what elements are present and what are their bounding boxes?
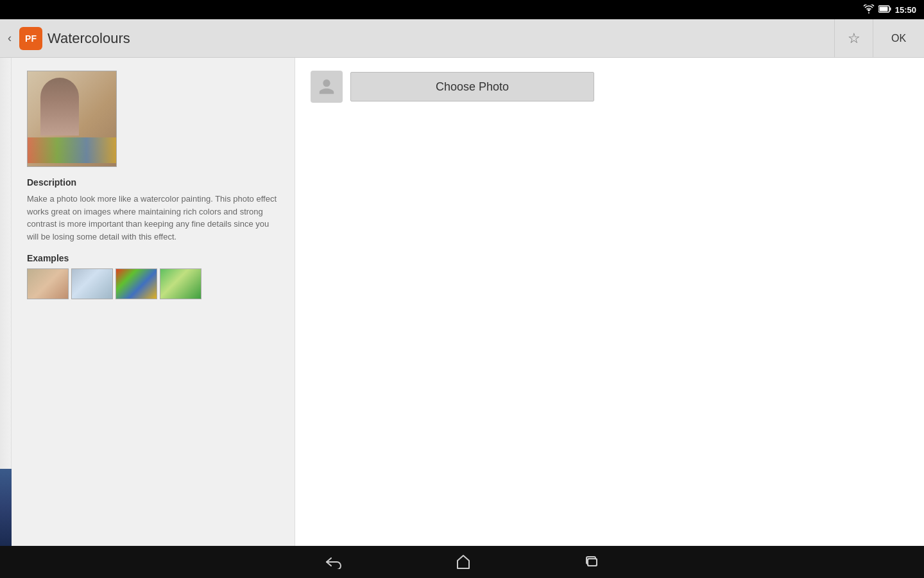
svg-rect-5 bbox=[588, 559, 597, 566]
example-thumb-1[interactable] bbox=[27, 268, 69, 299]
main-preview-image bbox=[27, 71, 117, 167]
main-image-inner bbox=[28, 71, 116, 166]
main-content: Description Make a photo look more like … bbox=[0, 58, 924, 546]
status-time: 15:50 bbox=[895, 5, 916, 15]
example-thumb-2[interactable] bbox=[71, 268, 113, 299]
app-bar: ‹ PF Watercolours ☆ OK bbox=[0, 19, 924, 58]
person-icon bbox=[318, 78, 336, 96]
app-bar-right: ☆ OK bbox=[834, 19, 924, 57]
example-thumb-4[interactable] bbox=[160, 268, 201, 299]
right-panel: Choose Photo bbox=[295, 58, 924, 546]
photo-chooser-row: Choose Photo bbox=[311, 71, 909, 103]
description-text: Make a photo look more like a watercolor… bbox=[27, 193, 282, 243]
avatar-placeholder bbox=[311, 71, 343, 103]
app-title: Watercolours bbox=[47, 30, 130, 47]
choose-photo-button[interactable]: Choose Photo bbox=[350, 72, 594, 101]
status-icons: 15:50 bbox=[863, 4, 916, 15]
left-panel: Description Make a photo look more like … bbox=[12, 58, 295, 546]
status-bar: 15:50 bbox=[0, 0, 924, 19]
app-logo: PF bbox=[19, 27, 42, 50]
examples-label: Examples bbox=[27, 253, 282, 263]
app-bar-left: ‹ PF Watercolours bbox=[0, 27, 834, 50]
left-sidebar bbox=[0, 58, 12, 546]
ok-button[interactable]: OK bbox=[873, 19, 924, 57]
wifi-icon bbox=[863, 4, 875, 15]
description-title: Description bbox=[27, 177, 282, 188]
svg-rect-3 bbox=[879, 6, 887, 11]
home-nav-button[interactable] bbox=[450, 549, 476, 575]
svg-point-0 bbox=[868, 12, 869, 13]
recents-nav-button[interactable] bbox=[579, 549, 604, 575]
examples-row bbox=[27, 268, 282, 299]
bottom-nav bbox=[0, 546, 924, 578]
back-button[interactable]: ‹ bbox=[5, 29, 14, 48]
back-nav-button[interactable] bbox=[320, 550, 348, 574]
battery-icon bbox=[878, 5, 891, 15]
favorite-button[interactable]: ☆ bbox=[834, 19, 873, 57]
svg-rect-2 bbox=[889, 7, 891, 10]
sidebar-color-strip bbox=[0, 469, 12, 546]
star-icon: ☆ bbox=[848, 30, 860, 47]
example-thumb-3[interactable] bbox=[116, 268, 157, 299]
